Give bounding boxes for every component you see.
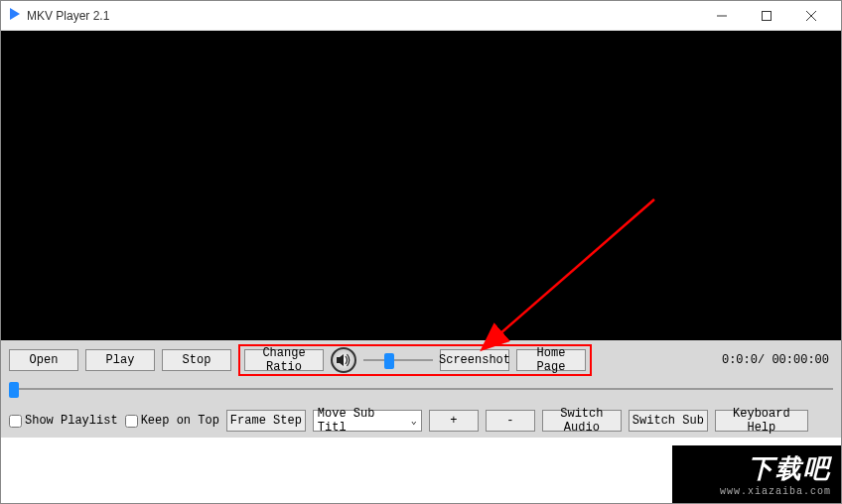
change-ratio-button[interactable]: Change Ratio <box>244 349 324 371</box>
time-display: 0:0:0/ 00:00:00 <box>722 353 829 367</box>
minus-button[interactable]: - <box>486 410 535 432</box>
svg-line-4 <box>806 11 816 21</box>
app-window: MKV Player 2.1 Open Play Stop Change Rat… <box>0 0 842 504</box>
seek-track <box>9 388 833 390</box>
svg-line-3 <box>806 11 816 21</box>
volume-slider[interactable] <box>363 351 433 369</box>
plus-button[interactable]: + <box>429 410 479 432</box>
window-controls <box>699 2 833 30</box>
highlighted-controls: Change Ratio Screenshot Home Page <box>238 344 592 376</box>
titlebar: MKV Player 2.1 <box>1 1 841 31</box>
speaker-icon[interactable] <box>331 347 356 373</box>
home-page-button[interactable]: Home Page <box>516 349 586 371</box>
keyboard-help-button[interactable]: Keyboard Help <box>715 410 808 432</box>
minimize-button[interactable] <box>699 2 744 30</box>
watermark-url: www.xiazaiba.com <box>720 486 831 497</box>
main-controls-row: Open Play Stop Change Ratio Screenshot <box>9 346 833 374</box>
secondary-controls-row: Show Playlist Keep on Top Frame Step Mov… <box>9 408 833 434</box>
keep-on-top-checkbox[interactable]: Keep on Top <box>125 414 219 428</box>
volume-thumb[interactable] <box>384 353 394 369</box>
move-sub-label: Move Sub Titl <box>318 407 407 435</box>
video-area[interactable] <box>1 31 841 340</box>
frame-step-button[interactable]: Frame Step <box>226 410 306 432</box>
close-button[interactable] <box>788 2 833 30</box>
screenshot-button[interactable]: Screenshot <box>440 349 509 371</box>
show-playlist-input[interactable] <box>9 415 22 428</box>
watermark: 下载吧 www.xiazaiba.com <box>672 445 841 503</box>
show-playlist-checkbox[interactable]: Show Playlist <box>9 414 118 428</box>
show-playlist-label: Show Playlist <box>25 414 118 428</box>
window-title: MKV Player 2.1 <box>27 9 699 23</box>
svg-marker-0 <box>10 8 20 20</box>
keep-on-top-label: Keep on Top <box>141 414 219 428</box>
open-button[interactable]: Open <box>9 349 78 371</box>
keep-on-top-input[interactable] <box>125 415 138 428</box>
seek-thumb[interactable] <box>9 382 19 398</box>
play-button[interactable]: Play <box>85 349 155 371</box>
controls-panel: Open Play Stop Change Ratio Screenshot <box>1 340 841 438</box>
app-play-icon <box>9 8 21 24</box>
volume-track <box>363 359 433 361</box>
stop-button[interactable]: Stop <box>162 349 231 371</box>
switch-audio-button[interactable]: Switch Audio <box>542 410 622 432</box>
maximize-button[interactable] <box>744 2 788 30</box>
switch-sub-button[interactable]: Switch Sub <box>629 410 708 432</box>
move-sub-dropdown[interactable]: Move Sub Titl ⌄ <box>313 410 422 432</box>
chevron-down-icon: ⌄ <box>411 415 417 427</box>
watermark-text: 下载吧 <box>748 451 831 486</box>
svg-marker-5 <box>337 354 344 366</box>
svg-rect-2 <box>762 11 771 20</box>
seek-slider[interactable] <box>9 380 833 398</box>
